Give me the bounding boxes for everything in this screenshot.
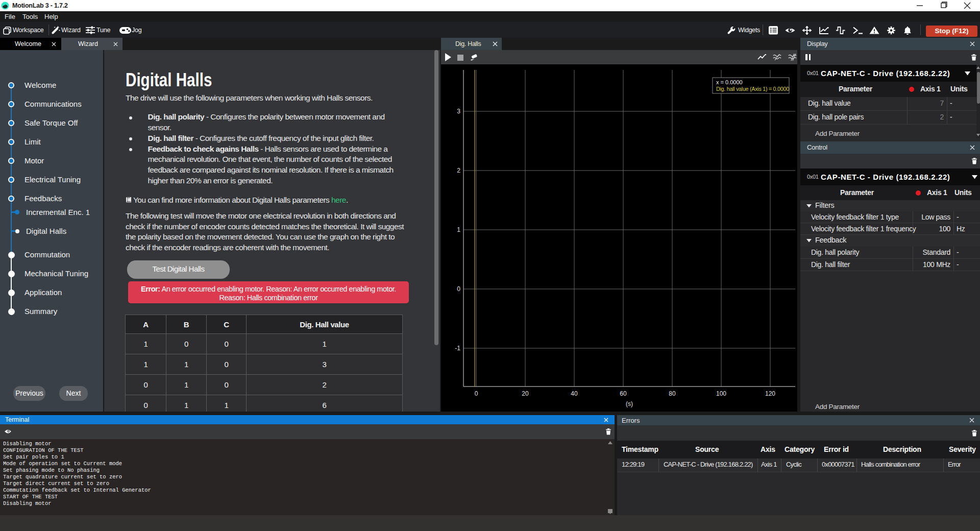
- svg-text:0: 0: [457, 285, 460, 293]
- svg-text:Dig. hall value (Axis 1) = 0.0: Dig. hall value (Axis 1) = 0.0000: [716, 86, 789, 92]
- svg-text:80: 80: [669, 390, 676, 397]
- svg-text:20: 20: [522, 390, 529, 397]
- svg-text:3: 3: [457, 108, 460, 115]
- svg-text:100: 100: [716, 390, 726, 397]
- svg-text:(s): (s): [626, 400, 633, 407]
- svg-text:0: 0: [475, 390, 478, 397]
- svg-text:1: 1: [457, 226, 460, 233]
- svg-text:2: 2: [457, 167, 460, 174]
- svg-text:60: 60: [620, 390, 627, 397]
- svg-text:-1: -1: [455, 345, 460, 352]
- svg-text:40: 40: [571, 390, 578, 397]
- svg-text:x = 0.0000: x = 0.0000: [716, 79, 743, 85]
- svg-text:120: 120: [765, 390, 775, 397]
